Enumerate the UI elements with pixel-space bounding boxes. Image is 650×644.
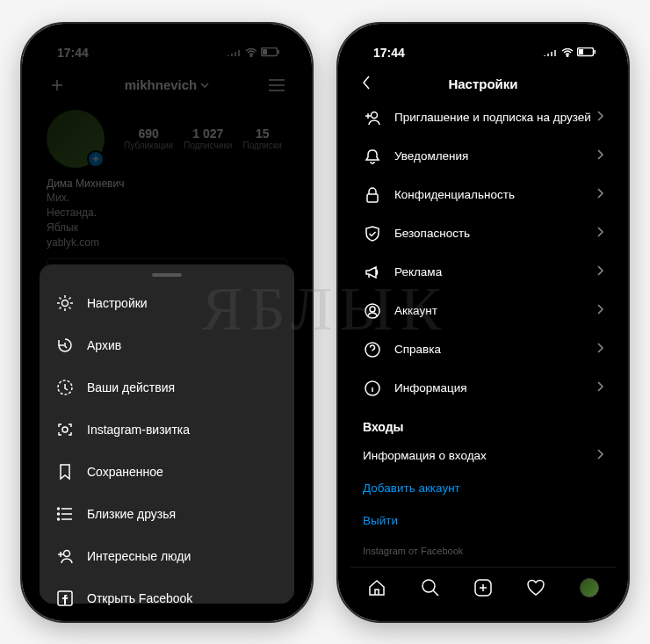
login-info[interactable]: Информация о входах bbox=[350, 439, 616, 472]
tab-bar bbox=[350, 567, 616, 609]
svg-rect-15 bbox=[595, 50, 596, 54]
login-info-label: Информация о входах bbox=[363, 449, 487, 462]
svg-point-22 bbox=[422, 580, 435, 592]
notch bbox=[417, 24, 549, 45]
svg-point-9 bbox=[58, 518, 60, 520]
logins-section-header: Входы bbox=[350, 408, 616, 439]
settings-notifications[interactable]: Уведомления bbox=[350, 137, 616, 176]
settings-invite[interactable]: Приглашение и подписка на друзей bbox=[350, 98, 616, 137]
chevron-right-icon bbox=[597, 449, 603, 462]
footer-note: Instagram от Facebook bbox=[350, 537, 616, 565]
activity-icon bbox=[55, 378, 75, 397]
sheet-handle[interactable] bbox=[152, 273, 182, 277]
menu-activity-label: Ваши действия bbox=[87, 380, 175, 394]
tab-profile[interactable] bbox=[579, 577, 600, 598]
nametag-icon bbox=[55, 420, 75, 439]
chevron-right-icon bbox=[597, 381, 603, 394]
settings-privacy[interactable]: Конфиденциальность bbox=[350, 176, 616, 214]
facebook-icon bbox=[55, 589, 75, 608]
menu-sheet: Настройки Архив Ваши действия Instagram-… bbox=[40, 264, 294, 604]
list-icon bbox=[55, 504, 75, 524]
new-post-icon bbox=[473, 578, 493, 597]
logout-label: Выйти bbox=[363, 514, 398, 527]
chevron-right-icon bbox=[597, 188, 603, 201]
chevron-right-icon bbox=[597, 343, 603, 356]
screen-left: 17:44 mikhnevich bbox=[34, 36, 300, 609]
settings-about-label: Информация bbox=[394, 381, 467, 394]
settings-list: Приглашение и подписка на друзей Уведомл… bbox=[350, 98, 616, 565]
lock-icon bbox=[363, 185, 382, 205]
menu-discover-label: Интересные люди bbox=[87, 549, 191, 563]
notch bbox=[101, 24, 233, 45]
back-button[interactable] bbox=[361, 75, 382, 93]
page-title: Настройки bbox=[350, 76, 616, 91]
svg-point-6 bbox=[62, 427, 68, 432]
status-indicators bbox=[544, 47, 596, 57]
menu-archive[interactable]: Архив bbox=[40, 324, 294, 366]
menu-nametag[interactable]: Instagram-визитка bbox=[40, 409, 294, 451]
menu-nametag-label: Instagram-визитка bbox=[87, 423, 190, 437]
chevron-right-icon bbox=[597, 304, 603, 317]
settings-help[interactable]: Справка bbox=[350, 330, 616, 369]
svg-rect-17 bbox=[367, 194, 378, 202]
info-icon bbox=[363, 379, 382, 398]
logout-link[interactable]: Выйти bbox=[350, 504, 616, 537]
settings-help-label: Справка bbox=[394, 343, 441, 356]
search-icon bbox=[421, 578, 440, 597]
menu-saved[interactable]: Сохраненное bbox=[40, 451, 294, 493]
settings-notifications-label: Уведомления bbox=[394, 149, 468, 163]
add-user-icon bbox=[363, 108, 382, 127]
menu-close-friends[interactable]: Близкие друзья bbox=[40, 493, 294, 535]
shield-icon bbox=[363, 224, 382, 243]
bookmark-icon bbox=[55, 462, 75, 481]
menu-archive-label: Архив bbox=[87, 338, 121, 352]
menu-facebook[interactable]: Открыть Facebook bbox=[40, 577, 294, 609]
battery-icon bbox=[577, 47, 596, 57]
svg-point-16 bbox=[372, 112, 378, 118]
chevron-left-icon bbox=[361, 75, 372, 90]
svg-rect-14 bbox=[579, 49, 583, 54]
menu-close-friends-label: Близкие друзья bbox=[87, 507, 176, 521]
settings-about[interactable]: Информация bbox=[350, 369, 616, 408]
archive-icon bbox=[55, 336, 75, 355]
menu-saved-label: Сохраненное bbox=[87, 465, 163, 479]
signal-icon bbox=[544, 48, 558, 57]
wifi-icon bbox=[561, 48, 574, 57]
add-account-label: Добавить аккаунт bbox=[363, 481, 460, 495]
chevron-right-icon bbox=[597, 265, 603, 279]
svg-point-4 bbox=[62, 300, 69, 306]
status-time: 17:44 bbox=[373, 46, 405, 60]
settings-security[interactable]: Безопасность bbox=[350, 214, 616, 253]
chevron-right-icon bbox=[597, 227, 603, 240]
svg-point-12 bbox=[567, 54, 568, 56]
add-account-link[interactable]: Добавить аккаунт bbox=[350, 472, 616, 504]
tab-home[interactable] bbox=[366, 577, 387, 598]
help-icon bbox=[363, 340, 382, 359]
user-icon bbox=[363, 301, 382, 321]
screen-right: 17:44 Настройки Приглашение и подписка н… bbox=[350, 36, 616, 609]
phone-right: 17:44 Настройки Приглашение и подписка н… bbox=[338, 24, 628, 621]
settings-ads[interactable]: Реклама bbox=[350, 253, 616, 292]
settings-account[interactable]: Аккаунт bbox=[350, 292, 616, 330]
settings-security-label: Безопасность bbox=[394, 227, 470, 240]
menu-settings[interactable]: Настройки bbox=[40, 282, 294, 324]
chevron-right-icon bbox=[597, 149, 603, 163]
nav-header: Настройки bbox=[350, 69, 616, 98]
settings-privacy-label: Конфиденциальность bbox=[394, 188, 515, 201]
svg-point-7 bbox=[58, 508, 60, 510]
chevron-right-icon bbox=[597, 111, 603, 124]
menu-activity[interactable]: Ваши действия bbox=[40, 366, 294, 409]
tab-search[interactable] bbox=[420, 577, 441, 598]
menu-settings-label: Настройки bbox=[87, 296, 148, 310]
avatar-thumbnail bbox=[580, 578, 599, 597]
tab-activity[interactable] bbox=[525, 577, 546, 598]
settings-account-label: Аккаунт bbox=[394, 304, 437, 317]
gear-icon bbox=[55, 293, 75, 313]
settings-ads-label: Реклама bbox=[394, 265, 442, 279]
heart-icon bbox=[526, 578, 545, 597]
tab-new-post[interactable] bbox=[473, 577, 494, 598]
svg-point-8 bbox=[58, 513, 60, 515]
menu-discover[interactable]: Интересные люди bbox=[40, 535, 294, 577]
home-icon bbox=[367, 578, 386, 597]
megaphone-icon bbox=[363, 263, 382, 282]
